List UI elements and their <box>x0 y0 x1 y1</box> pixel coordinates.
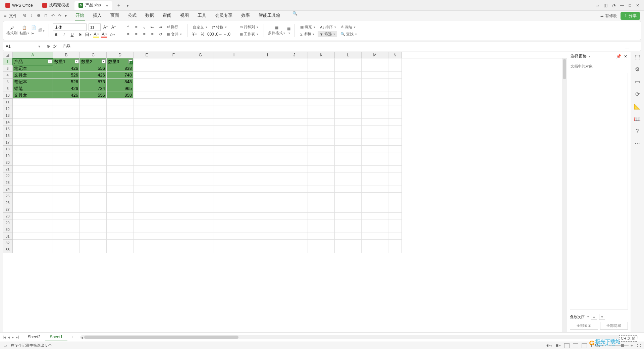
cell[interactable] <box>308 179 335 186</box>
cell[interactable] <box>53 126 80 132</box>
cell[interactable] <box>335 206 362 213</box>
row-header[interactable]: 12 <box>3 105 13 112</box>
cell[interactable]: 文具盒 <box>13 92 53 99</box>
filter-dropdown-icon[interactable]: ▾ <box>102 59 106 63</box>
row-header[interactable]: 3 <box>3 65 13 72</box>
cell[interactable] <box>308 186 335 193</box>
align-center-icon[interactable]: ≡ <box>133 31 139 37</box>
cell[interactable] <box>107 172 133 179</box>
cell[interactable] <box>335 159 362 166</box>
new-tab-button[interactable]: ＋ <box>114 2 124 8</box>
cell[interactable] <box>362 166 388 172</box>
cell[interactable] <box>53 166 80 172</box>
cell[interactable] <box>160 172 187 179</box>
row-header[interactable]: 16 <box>3 132 13 139</box>
cell[interactable] <box>53 146 80 152</box>
hamburger-icon[interactable]: ≡ <box>4 13 6 18</box>
cell[interactable] <box>308 172 335 179</box>
cell[interactable] <box>187 72 214 79</box>
tab-tools[interactable]: 工具 <box>197 11 207 20</box>
cell[interactable]: 426 <box>53 85 80 92</box>
normal-view-button[interactable] <box>564 343 570 348</box>
eye-icon[interactable]: 👁▾ <box>546 344 552 348</box>
cell[interactable]: 748 <box>107 72 133 79</box>
cell[interactable] <box>388 112 402 119</box>
col-header-F[interactable]: F <box>160 52 187 58</box>
cell[interactable] <box>80 126 107 132</box>
cell[interactable] <box>214 146 254 152</box>
cell[interactable] <box>13 172 53 179</box>
cell[interactable] <box>160 85 187 92</box>
orientation-icon[interactable]: ⟲ <box>157 31 163 37</box>
col-header-L[interactable]: L <box>335 52 362 58</box>
wrap-button[interactable]: ⏎换行 <box>165 24 179 30</box>
cube-icon[interactable]: ◫ <box>604 3 607 8</box>
cell[interactable] <box>214 206 254 213</box>
cell[interactable] <box>107 119 133 126</box>
cell[interactable] <box>107 246 133 253</box>
cell[interactable] <box>388 105 402 112</box>
cell[interactable] <box>308 92 335 99</box>
cell[interactable] <box>187 79 214 85</box>
cell[interactable]: 526 <box>53 79 80 85</box>
bring-forward-button[interactable]: ▲ <box>591 314 597 320</box>
cell[interactable] <box>362 233 388 240</box>
cell[interactable] <box>254 219 281 226</box>
zoom-in-button[interactable]: ＋ <box>630 343 634 348</box>
cell[interactable] <box>388 199 402 206</box>
col-header-H[interactable]: H <box>214 52 254 58</box>
cell[interactable] <box>187 226 214 233</box>
cell[interactable] <box>214 152 254 159</box>
row-header[interactable]: 22 <box>3 172 13 179</box>
cell[interactable] <box>160 219 187 226</box>
sheet-first-icon[interactable]: I◂ <box>3 335 6 340</box>
cell[interactable] <box>362 132 388 139</box>
cell[interactable] <box>254 139 281 146</box>
cell[interactable] <box>388 246 402 253</box>
help-tool-icon[interactable]: ? <box>636 128 639 134</box>
cell[interactable] <box>254 199 281 206</box>
scroll-left-icon[interactable]: ◂ <box>81 335 83 340</box>
cell[interactable] <box>254 233 281 240</box>
cell[interactable] <box>335 72 362 79</box>
cell[interactable] <box>187 186 214 193</box>
cell[interactable] <box>187 172 214 179</box>
cell[interactable] <box>362 213 388 219</box>
percent-icon[interactable]: % <box>200 31 206 37</box>
cell[interactable] <box>13 226 53 233</box>
cell[interactable] <box>308 219 335 226</box>
border-button[interactable]: 田▾ <box>85 32 91 38</box>
table-style-button[interactable]: ▦ ▾ <box>287 27 290 35</box>
cell[interactable] <box>80 193 107 199</box>
cell[interactable] <box>388 213 402 219</box>
cell[interactable] <box>107 206 133 213</box>
cell[interactable] <box>133 79 160 85</box>
cell[interactable] <box>214 193 254 199</box>
more-tool-icon[interactable]: ⋯ <box>635 140 640 147</box>
sheet-next-icon[interactable]: ▸ <box>12 335 14 340</box>
indent-increase-icon[interactable]: ⇥ <box>157 24 163 30</box>
cell[interactable] <box>214 65 254 72</box>
cell[interactable] <box>133 92 160 99</box>
cell[interactable] <box>362 72 388 79</box>
cell[interactable] <box>214 172 254 179</box>
row-header[interactable]: 20 <box>3 159 13 166</box>
cell[interactable] <box>362 99 388 105</box>
file-menu[interactable]: 文件 <box>9 13 17 19</box>
cell[interactable] <box>160 213 187 219</box>
cell[interactable] <box>214 186 254 193</box>
cell[interactable] <box>388 193 402 199</box>
cell[interactable] <box>80 132 107 139</box>
cell[interactable] <box>80 186 107 193</box>
ruler-tool-icon[interactable]: 📐 <box>634 103 641 110</box>
cell[interactable] <box>281 146 308 152</box>
cell[interactable] <box>254 126 281 132</box>
cell[interactable] <box>335 119 362 126</box>
tab-formula[interactable]: 公式 <box>127 11 137 20</box>
cell[interactable] <box>362 105 388 112</box>
tab-page[interactable]: 页面 <box>110 11 120 20</box>
cell[interactable] <box>133 72 160 79</box>
cell[interactable]: 848 <box>107 79 133 85</box>
cell[interactable] <box>80 105 107 112</box>
row-header[interactable]: 31 <box>3 233 13 240</box>
